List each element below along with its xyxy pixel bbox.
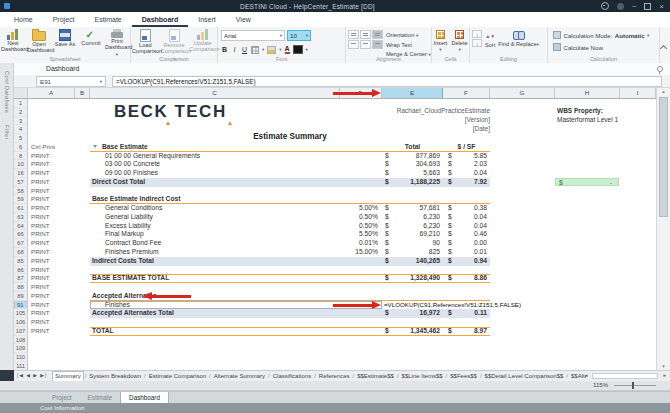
select-all-corner[interactable]: [14, 88, 28, 98]
underline-button[interactable]: U: [241, 46, 248, 54]
cell-a-59[interactable]: PRINT: [31, 195, 50, 204]
sheet-tab-fees[interactable]: $$Fees$$: [448, 372, 479, 381]
cell-e-57[interactable]: 1,188,225: [388, 178, 440, 187]
column-header-c[interactable]: C: [90, 88, 340, 98]
cell-a-91[interactable]: PRINT: [31, 301, 50, 310]
column-header-e[interactable]: E: [382, 88, 443, 98]
green-variance-cell[interactable]: $-: [555, 178, 619, 186]
row-header-68[interactable]: 68: [14, 248, 28, 257]
cell-a-63[interactable]: PRINT: [31, 213, 50, 222]
cell-a-85[interactable]: PRINT: [31, 257, 50, 266]
cell-f-66[interactable]: 0.46: [450, 230, 487, 239]
borders-button[interactable]: [251, 46, 259, 54]
row-header-5[interactable]: 5: [14, 134, 28, 143]
open-dashboard-button[interactable]: Open Dashboard: [26, 27, 52, 55]
cell-a-68[interactable]: PRINT: [31, 248, 50, 257]
row-header-59[interactable]: 59: [14, 195, 28, 204]
new-dashboard-button[interactable]: New Dashboard: [0, 27, 26, 55]
insert-cells-button[interactable]: Insert▾: [433, 29, 447, 52]
ribbon-tab-insert[interactable]: Insert: [188, 12, 226, 27]
filter-icon[interactable]: [93, 145, 97, 148]
sheet-tab-alternate-fees[interactable]: $$Alternate Fees$$: [569, 372, 586, 381]
calculate-now-button[interactable]: Calculate Now: [553, 43, 654, 51]
cell-d-63[interactable]: 0.50%: [334, 213, 378, 222]
row-header-57[interactable]: 57: [14, 178, 28, 187]
cell-a-10[interactable]: PRINT: [31, 160, 50, 169]
row-header-10[interactable]: 10: [14, 160, 28, 169]
cell-a-89[interactable]: PRINT: [31, 292, 50, 301]
sheet-tab-line-items[interactable]: $$Line Items$$: [400, 372, 445, 381]
cell-c-64[interactable]: Excess Liability: [105, 222, 151, 231]
cell-a-66[interactable]: PRINT: [31, 230, 50, 239]
row-header-106[interactable]: 106: [14, 318, 28, 327]
cell-e-66[interactable]: 69,210: [388, 230, 440, 239]
cell-f-61[interactable]: 0.38: [450, 204, 487, 213]
row-header-109[interactable]: 109: [14, 344, 28, 353]
cell-c-63[interactable]: General Liability: [105, 213, 153, 222]
side-tab-cost-database[interactable]: Cost Database: [4, 71, 10, 113]
ribbon-tab-view[interactable]: View: [226, 12, 261, 27]
sheet-tab-system-breakdown[interactable]: System Breakdown: [87, 372, 143, 381]
row-header-63[interactable]: 63: [14, 213, 28, 222]
row-header-110[interactable]: 110: [14, 353, 28, 362]
row-header-91[interactable]: 91: [14, 301, 28, 310]
cell-a-57[interactable]: PRINT: [31, 178, 50, 187]
ribbon-tab-home[interactable]: Home: [4, 12, 43, 27]
cell-name-box[interactable]: E91 ▾: [36, 76, 106, 87]
cell-a-67[interactable]: PRINT: [31, 239, 50, 248]
column-header-g[interactable]: G: [490, 88, 555, 98]
row-header-58[interactable]: 58: [14, 187, 28, 196]
cell-f-107[interactable]: 8.97: [450, 327, 487, 336]
row-header-6[interactable]: 6: [14, 143, 28, 152]
cell-f-57[interactable]: 7.92: [450, 178, 487, 187]
cell-e-10[interactable]: 304,693: [388, 160, 440, 169]
cell-a-58[interactable]: PRINT: [31, 187, 50, 196]
cell-c-105[interactable]: Accepted Alternates Total: [92, 309, 174, 318]
cell-d-66[interactable]: 5.50%: [334, 230, 378, 239]
row-header-64[interactable]: 64: [14, 222, 28, 231]
cell-c-87[interactable]: BASE ESTIMATE TOTAL: [92, 274, 169, 283]
column-header-i[interactable]: I: [620, 88, 656, 98]
column-header-a[interactable]: A: [28, 88, 75, 98]
cell-a-87[interactable]: PRINT: [31, 274, 50, 283]
row-header-108[interactable]: 108: [14, 336, 28, 345]
collapse-ribbon-button[interactable]: [661, 44, 666, 49]
font-family-select[interactable]: Arial ▾: [221, 30, 285, 41]
cell-e-8[interactable]: 877,869: [388, 152, 440, 161]
cell-a-107[interactable]: PRINT: [31, 327, 50, 336]
vertical-scrollbar[interactable]: ▲ ▼: [656, 88, 670, 370]
fill-color-button[interactable]: [267, 46, 276, 54]
settings-icon[interactable]: [601, 2, 609, 10]
cell-c-8[interactable]: 01 00 00 General Requirements: [105, 152, 200, 161]
row-header-87[interactable]: 87: [14, 274, 28, 283]
sheet-tab-detail-level-comparison[interactable]: $$Detail Level Comparison$$: [483, 372, 566, 381]
minimize-button[interactable]: –: [632, 2, 636, 10]
bold-button[interactable]: B: [221, 46, 228, 54]
align-left-button[interactable]: [348, 40, 359, 49]
row-header-1[interactable]: 1: [14, 99, 28, 108]
row-header-105[interactable]: 105: [14, 309, 28, 318]
cell-c-107[interactable]: TOTAL: [92, 327, 114, 336]
cell-c-67[interactable]: Contract Bond Fee: [105, 239, 161, 248]
scroll-left-icon[interactable]: ◂: [585, 371, 587, 381]
cell-a-106[interactable]: PRINT: [31, 318, 50, 327]
restore-button[interactable]: [644, 3, 651, 10]
sheet-nav-buttons[interactable]: |◀ ◀ ▶ ▶|: [17, 371, 47, 381]
scroll-up-icon[interactable]: ▲: [657, 89, 670, 94]
sort-button[interactable]: ▲▼ Sort: [485, 29, 495, 48]
cell-e-64[interactable]: 6,230: [388, 222, 440, 231]
cell-f-10[interactable]: 2.03: [450, 160, 487, 169]
sheet-tab-classifications[interactable]: Classifications: [271, 372, 313, 381]
cell-a-64[interactable]: PRINT: [31, 222, 50, 231]
find-replace-button[interactable]: Find & Replace▾: [498, 29, 539, 48]
cell-a-88[interactable]: PRINT: [31, 283, 50, 292]
cell-d-67[interactable]: 0.01%: [334, 239, 378, 248]
calculation-mode-control[interactable]: Calculation Mode: Automatic ▾: [553, 31, 654, 39]
zoom-slider[interactable]: [614, 385, 656, 386]
align-top-button[interactable]: [348, 30, 359, 39]
row-header-86[interactable]: 86: [14, 266, 28, 275]
ribbon-tab-dashboard[interactable]: Dashboard: [132, 12, 189, 27]
column-header-f[interactable]: F: [443, 88, 490, 98]
row-header-8[interactable]: 8: [14, 152, 28, 161]
row-header-16[interactable]: 16: [14, 169, 28, 178]
